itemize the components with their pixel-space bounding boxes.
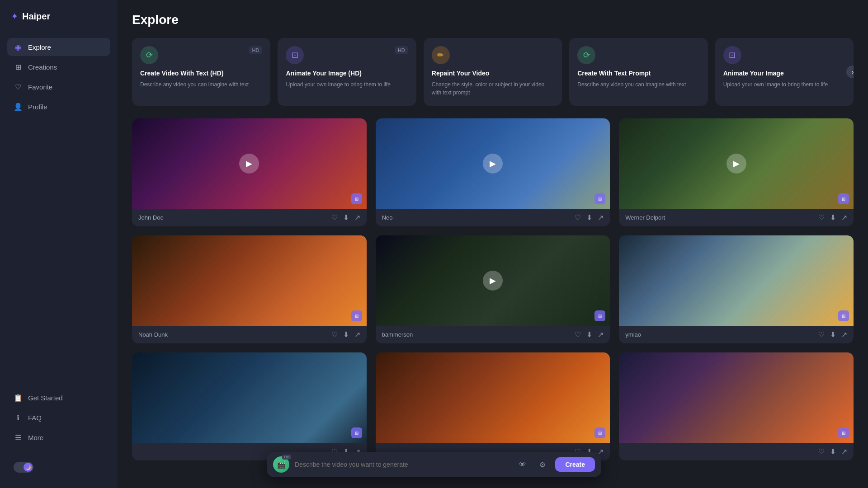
feature-card-animate-image-hd[interactable]: ⊡ HD Animate Your Image (HD) Upload your… [278, 38, 416, 106]
toggle-track[interactable]: 🌙 [14, 462, 33, 473]
sidebar-item-get-started[interactable]: 📋 Get Started [7, 389, 110, 407]
download-button[interactable]: ⬇ [830, 447, 836, 456]
video-author: bammerson [382, 331, 413, 338]
create-button[interactable]: Create [555, 457, 595, 472]
download-button[interactable]: ⬇ [830, 213, 836, 222]
video-card[interactable]: ⊞ ♡ ⬇ ↗ [376, 352, 610, 460]
download-button[interactable]: ⬇ [586, 213, 592, 222]
feature-card-desc: Change the style, color or subject in yo… [432, 80, 554, 97]
grid-icon: ⊞ [351, 427, 362, 438]
faq-icon: ℹ [14, 413, 23, 422]
share-button[interactable]: ↗ [354, 213, 360, 222]
profile-icon: 👤 [14, 102, 23, 111]
dark-mode-toggle[interactable]: 🌙 [7, 457, 110, 477]
video-thumbnail: ⊞ [132, 235, 367, 326]
like-button[interactable]: ♡ [331, 330, 338, 339]
eye-icon[interactable]: 👁 [515, 457, 530, 472]
like-button[interactable]: ♡ [818, 447, 825, 456]
video-actions: ♡ ⬇ ↗ [818, 213, 847, 222]
video-actions: ♡ ⬇ ↗ [575, 213, 604, 222]
sidebar-item-explore[interactable]: ◉ Explore [7, 38, 110, 56]
video-thumbnail: ▶ ⊞ [376, 118, 610, 209]
video-card[interactable]: ▶ ⊞ bammerson ♡ ⬇ ↗ [376, 235, 610, 343]
video-thumbnail: ⊞ [619, 235, 854, 326]
video-thumbnail: ▶ ⊞ [376, 235, 610, 326]
download-button[interactable]: ⬇ [830, 330, 836, 339]
video-card[interactable]: ▶ ⊞ Neo ♡ ⬇ ↗ [376, 118, 610, 226]
video-author: Neo [382, 214, 393, 221]
feature-card-title: Animate Your Image (HD) [286, 70, 408, 77]
like-button[interactable]: ♡ [575, 213, 581, 222]
like-button[interactable]: ♡ [818, 213, 825, 222]
share-button[interactable]: ↗ [841, 447, 847, 456]
share-button[interactable]: ↗ [598, 330, 604, 339]
feature-card-animate-your-image[interactable]: ⊡ Animate Your Image Upload your own ima… [715, 38, 854, 106]
feature-card-title: Animate Your Image [723, 70, 845, 77]
play-button[interactable]: ▶ [239, 154, 259, 174]
nav-item-label: Get Started [28, 394, 63, 402]
video-actions: ♡ ⬇ ↗ [331, 213, 360, 222]
play-button[interactable]: ▶ [483, 271, 503, 291]
feature-card-desc: Describe any video you can imagine with … [577, 80, 699, 89]
video-thumbnail: ⊞ [376, 352, 610, 443]
feature-cards: ⟳ HD Create Video With Text (HD) Describ… [132, 38, 854, 106]
nav-items: ◉ Explore ⊞ Creations ♡ Favorite 👤 Profi… [7, 38, 110, 389]
feature-card-create-text-prompt[interactable]: ⟳ Create With Text Prompt Describe any v… [569, 38, 708, 106]
sidebar: ✦ Haiper ◉ Explore ⊞ Creations ♡ Favorit… [0, 0, 118, 488]
share-button[interactable]: ↗ [841, 213, 847, 222]
like-button[interactable]: ♡ [818, 330, 825, 339]
download-button[interactable]: ⬇ [343, 330, 349, 339]
sidebar-item-more[interactable]: ☰ More [7, 428, 110, 446]
video-card[interactable]: ⊞ ymiao ♡ ⬇ ↗ [619, 235, 854, 343]
play-button[interactable]: ▶ [726, 154, 746, 174]
prompt-input[interactable] [295, 461, 510, 468]
grid-icon: ⊞ [594, 193, 605, 204]
more-icon: ☰ [14, 433, 23, 442]
feature-card-icon: ⊡ [723, 46, 741, 64]
settings-icon[interactable]: ⚙ [535, 457, 550, 472]
sidebar-item-faq[interactable]: ℹ FAQ [7, 408, 110, 427]
video-footer: Werner Delport ♡ ⬇ ↗ [619, 209, 854, 226]
logo-text: Haiper [22, 11, 50, 22]
prompt-bar: 🎬 HD 👁 ⚙ Create [267, 452, 601, 477]
feature-card-title: Create Video With Text (HD) [140, 70, 262, 77]
video-card[interactable]: ▶ ⊞ John Doe ♡ ⬇ ↗ [132, 118, 367, 226]
play-button[interactable]: ▶ [483, 154, 503, 174]
download-button[interactable]: ⬇ [343, 213, 349, 222]
download-button[interactable]: ⬇ [586, 330, 592, 339]
feature-card-header: ⊡ [723, 46, 845, 64]
favorite-icon: ♡ [14, 82, 23, 91]
feature-card-repaint-video[interactable]: ✏ Repaint Your Video Change the style, c… [424, 38, 562, 106]
creations-icon: ⊞ [14, 62, 23, 71]
feature-card-header: ⊡ HD [286, 46, 408, 64]
grid-icon: ⊞ [351, 193, 362, 204]
video-card[interactable]: ▶ ⊞ Werner Delport ♡ ⬇ ↗ [619, 118, 854, 226]
sidebar-bottom: 📋 Get Started ℹ FAQ ☰ More [7, 389, 110, 446]
sidebar-item-creations[interactable]: ⊞ Creations [7, 58, 110, 76]
prompt-bar-wrapper: 🎬 HD 👁 ⚙ Create [267, 452, 601, 477]
video-card[interactable]: ⊞ Noah Dunk ♡ ⬇ ↗ [132, 235, 367, 343]
video-footer: John Doe ♡ ⬇ ↗ [132, 209, 367, 226]
share-button[interactable]: ↗ [354, 330, 360, 339]
video-card[interactable]: ⊞ ♡ ⬇ ↗ [619, 352, 854, 460]
share-button[interactable]: ↗ [841, 330, 847, 339]
video-card[interactable]: ⊞ ♡ ⬇ ↗ [132, 352, 367, 460]
video-thumbnail: ▶ ⊞ [132, 118, 367, 209]
video-thumbnail: ⊞ [619, 352, 854, 443]
feature-card-icon: ✏ [432, 46, 450, 64]
share-button[interactable]: ↗ [598, 213, 604, 222]
grid-icon: ⊞ [594, 310, 605, 321]
like-button[interactable]: ♡ [331, 213, 338, 222]
feature-card-create-video-hd[interactable]: ⟳ HD Create Video With Text (HD) Describ… [132, 38, 270, 106]
video-actions: ♡ ⬇ ↗ [818, 447, 847, 456]
feature-card-header: ⟳ [577, 46, 699, 64]
like-button[interactable]: ♡ [575, 330, 581, 339]
feature-card-desc: Upload your own image to bring them to l… [723, 80, 845, 89]
hd-badge: HD [395, 46, 408, 54]
hd-badge: HD [249, 46, 263, 54]
grid-icon: ⊞ [838, 193, 849, 204]
video-footer: ymiao ♡ ⬇ ↗ [619, 326, 854, 343]
sidebar-item-favorite[interactable]: ♡ Favorite [7, 78, 110, 96]
feature-card-header: ✏ [432, 46, 554, 64]
sidebar-item-profile[interactable]: 👤 Profile [7, 98, 110, 116]
